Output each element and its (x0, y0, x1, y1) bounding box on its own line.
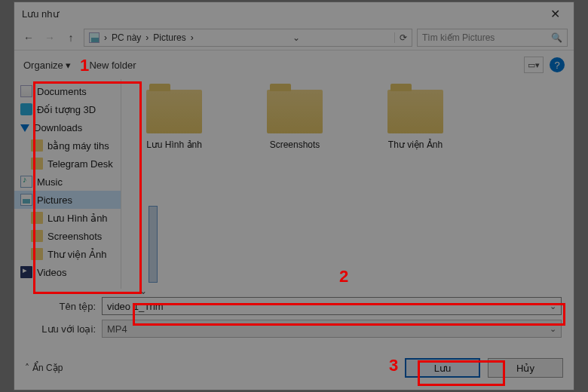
view-mode-button[interactable]: ▭▾ (524, 57, 544, 73)
filetype-select[interactable]: MP4 ⌄ (102, 320, 562, 338)
cancel-button[interactable]: Hủy (488, 358, 563, 378)
sidebar-item-label: Thư viện Ảnh (47, 249, 106, 260)
search-icon: 🔍 (551, 32, 562, 43)
breadcrumb-sep: › (145, 32, 149, 43)
titlebar: Lưu như ✕ (14, 2, 574, 25)
breadcrumb-root[interactable]: PC này (112, 32, 141, 43)
fold-icon (31, 139, 43, 152)
sidebar-item-label: Documents (37, 86, 87, 97)
save-button[interactable]: Lưu (405, 358, 480, 378)
sidebar-item-music[interactable]: Music (14, 173, 121, 191)
chevron-down-icon[interactable]: ⌄ (550, 324, 556, 334)
nav-row: ← → ↑ › PC này › Pictures › ⌄ ⟳ Tìm kiếm… (14, 25, 574, 51)
folder-grid: Lưu Hình ảnhScreenshotsThư viện Ảnh (121, 79, 574, 289)
breadcrumb-folder[interactable]: Pictures (153, 32, 185, 43)
back-icon[interactable]: ← (20, 29, 37, 46)
annotation-number-1: 1 (80, 56, 89, 75)
sidebar-item-label: Screenshots (47, 231, 102, 242)
sidebar-item-documents[interactable]: Documents (14, 82, 121, 100)
sidebar-item-label: Telegram Desk (47, 158, 113, 170)
forward-icon: → (41, 29, 58, 46)
sidebar-item--i-t-ng-3d[interactable]: Đối tượng 3D (14, 100, 121, 118)
chevron-down-icon[interactable]: ⌄ (139, 286, 147, 296)
chevron-down-icon[interactable]: ⌄ (288, 32, 300, 43)
sidebar-item-label: Lưu Hình ảnh (47, 213, 108, 224)
sidebar-item-label: Music (37, 176, 63, 188)
filename-row: Tên tệp: video 1_Trim ⌄ (14, 295, 574, 317)
chevron-up-icon: ˄ (25, 363, 29, 373)
folder-icon (387, 90, 443, 133)
sidebar-item-l-u-h-nh-nh[interactable]: Lưu Hình ảnh (14, 209, 121, 227)
obj3d-icon (20, 103, 32, 115)
fold-icon (31, 248, 43, 260)
filetype-row: Lưu với loại: MP4 ⌄ (14, 317, 574, 340)
folder-label: Thư viện Ảnh (378, 139, 453, 150)
sidebar-item-th-vi-n-nh[interactable]: Thư viện Ảnh (14, 245, 121, 263)
filename-label: Tên tệp: (23, 301, 96, 312)
new-folder-button[interactable]: New folder (89, 60, 136, 71)
sidebar-item-label: Pictures (37, 194, 72, 206)
fold-icon (31, 230, 43, 242)
sidebar-item-b-ng-m-y-tihs[interactable]: bằng máy tihs (14, 136, 121, 155)
sidebar-item-telegram-desk[interactable]: Telegram Desk (14, 155, 121, 173)
close-icon[interactable]: ✕ (544, 7, 566, 21)
dl-icon (20, 124, 29, 132)
fold-icon (31, 158, 43, 170)
filename-value: video 1_Trim (107, 301, 164, 312)
chevron-down-icon[interactable]: ⌄ (550, 302, 556, 311)
search-placeholder: Tìm kiếm Pictures (422, 32, 495, 43)
dialog-footer: ˄ Ẩn Cặp Lưu Hủy (14, 352, 574, 384)
organize-menu[interactable]: Organize ▾ (23, 60, 71, 71)
sidebar-item-label: Videos (37, 267, 67, 278)
filetype-value: MP4 (107, 323, 127, 335)
sidebar-item-pictures[interactable]: Pictures (14, 191, 121, 209)
folder-icon (146, 90, 202, 133)
up-icon[interactable]: ↑ (63, 29, 79, 46)
hide-folders-toggle[interactable]: ˄ Ẩn Cặp (25, 363, 63, 373)
sidebar-item-screenshots[interactable]: Screenshots (14, 227, 121, 245)
sidebar-item-downloads[interactable]: Downloads (14, 118, 121, 136)
music-icon (20, 176, 32, 188)
help-icon[interactable]: ? (550, 57, 565, 72)
vid-icon (20, 266, 32, 278)
fold-icon (31, 212, 43, 224)
sidebar-tree: DocumentsĐối tượng 3DDownloadsbằng máy t… (14, 79, 121, 289)
dialog-title: Lưu như (22, 8, 59, 20)
selection-rectangle (149, 206, 158, 283)
folder-label: Screenshots (257, 139, 332, 150)
folder-icon (267, 90, 323, 133)
sidebar-item-videos[interactable]: Videos (14, 263, 121, 281)
sidebar-item-label: Downloads (34, 122, 82, 133)
sidebar-item-label: bằng máy tihs (47, 140, 109, 152)
doc-icon (20, 85, 32, 97)
folder-item[interactable]: Thư viện Ảnh (378, 90, 453, 150)
refresh-icon[interactable]: ⟳ (394, 32, 407, 43)
annotation-number-2: 2 (339, 267, 348, 286)
breadcrumb-sep: › (104, 32, 107, 43)
annotation-number-3: 3 (389, 356, 398, 375)
save-as-dialog: Lưu như ✕ ← → ↑ › PC này › Pictures › ⌄ … (14, 2, 574, 390)
toolbar: Organize ▾ New folder ▭▾ ? (14, 51, 574, 79)
folder-label: Lưu Hình ảnh (136, 139, 212, 150)
address-bar[interactable]: › PC này › Pictures › ⌄ ⟳ (84, 29, 412, 47)
breadcrumb-sep: › (191, 32, 194, 43)
sidebar-item-label: Đối tượng 3D (37, 104, 96, 115)
folder-item[interactable]: Lưu Hình ảnh (136, 90, 212, 150)
filetype-label: Lưu với loại: (23, 323, 96, 335)
filename-input[interactable]: video 1_Trim ⌄ (102, 297, 562, 315)
search-input[interactable]: Tìm kiếm Pictures 🔍 (417, 29, 568, 47)
folder-item[interactable]: Screenshots (257, 90, 332, 150)
pic-icon (20, 194, 32, 206)
pc-icon (89, 32, 100, 43)
